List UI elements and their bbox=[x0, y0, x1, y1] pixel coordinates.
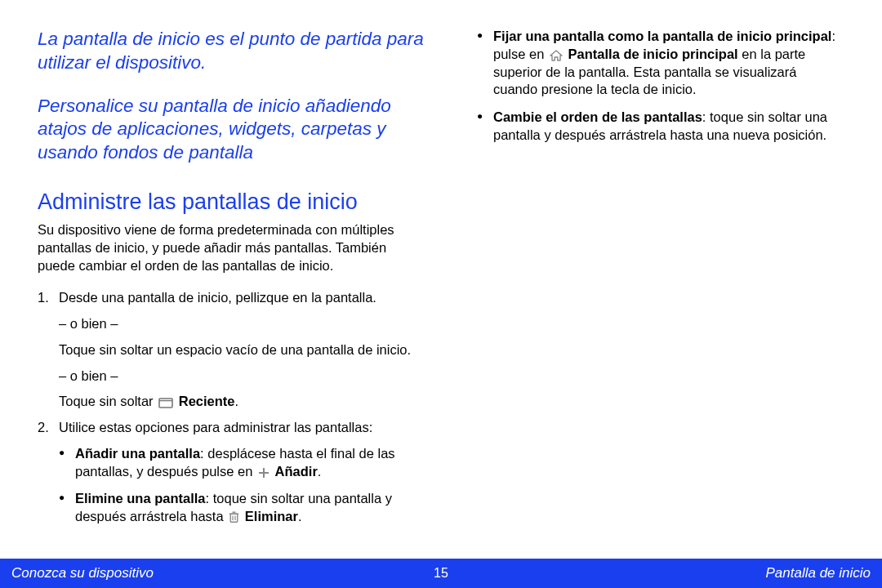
option-remove-screen-title: Elimine una pantalla bbox=[75, 491, 206, 506]
step-1-alt-2-prefix: Toque sin soltar bbox=[59, 394, 157, 408]
footer-right: Pantalla de inicio bbox=[765, 565, 871, 581]
step-1: 1. Desde una pantalla de inicio, pellizq… bbox=[38, 289, 426, 411]
step-1-alt-2: Toque sin soltar Reciente. bbox=[59, 393, 426, 411]
option-set-main-screen: Fijar una pantalla como la pantalla de i… bbox=[477, 28, 844, 99]
default-screens-paragraph: Su dispositivo viene de forma predetermi… bbox=[38, 221, 426, 274]
or-divider-1: – o bien – bbox=[59, 315, 426, 333]
footer-left: Conozca su dispositivo bbox=[11, 565, 154, 581]
option-reorder-screens: Cambie el orden de las pantallas: toque … bbox=[477, 109, 844, 145]
svg-rect-0 bbox=[159, 399, 172, 408]
add-label: Añadir bbox=[275, 464, 318, 479]
delete-label: Eliminar bbox=[245, 509, 298, 523]
home-icon bbox=[550, 50, 563, 61]
section-heading: Administre las pantallas de inicio bbox=[38, 189, 426, 215]
step-1-alt-1: Toque sin soltar un espacio vacío de una… bbox=[59, 341, 426, 359]
footer-page-number: 15 bbox=[434, 566, 448, 581]
svg-rect-4 bbox=[230, 514, 238, 522]
step-2-number: 2. bbox=[38, 419, 49, 437]
intro-paragraph-1: La pantalla de inicio es el punto de par… bbox=[38, 28, 426, 75]
option-set-main-title: Fijar una pantalla como la pantalla de i… bbox=[493, 29, 831, 43]
option-add-screen-title: Añadir una pantalla bbox=[75, 446, 200, 461]
svg-marker-9 bbox=[550, 51, 562, 60]
step-1-text: Desde una pantalla de inicio, pellizque … bbox=[59, 290, 376, 305]
option-add-screen: Añadir una pantalla: desplácese hasta el… bbox=[59, 445, 426, 481]
trash-icon bbox=[229, 511, 239, 523]
step-1-number: 1. bbox=[38, 289, 49, 307]
option-add-screen-text-b: . bbox=[318, 464, 322, 479]
page-footer: Conozca su dispositivo 15 Pantalla de in… bbox=[0, 559, 882, 588]
intro-paragraph-2: Personalice su pantalla de inicio añadie… bbox=[38, 95, 426, 165]
option-reorder-title: Cambie el orden de las pantallas bbox=[493, 109, 702, 124]
step-2-text: Utilice estas opciones para administrar … bbox=[59, 420, 372, 434]
recent-icon bbox=[158, 398, 173, 408]
option-remove-screen-text-b: . bbox=[298, 509, 302, 523]
page: La pantalla de inicio es el punto de par… bbox=[0, 0, 882, 588]
home-main-label: Pantalla de inicio principal bbox=[568, 47, 738, 61]
recent-label: Reciente bbox=[179, 394, 235, 408]
content-area: La pantalla de inicio es el punto de par… bbox=[0, 0, 882, 559]
option-remove-screen: Elimine una pantalla: toque sin soltar u… bbox=[59, 490, 426, 526]
or-divider-2: – o bien – bbox=[59, 368, 426, 385]
step-1-alt-2-suffix: . bbox=[235, 394, 239, 408]
plus-icon bbox=[258, 467, 270, 479]
